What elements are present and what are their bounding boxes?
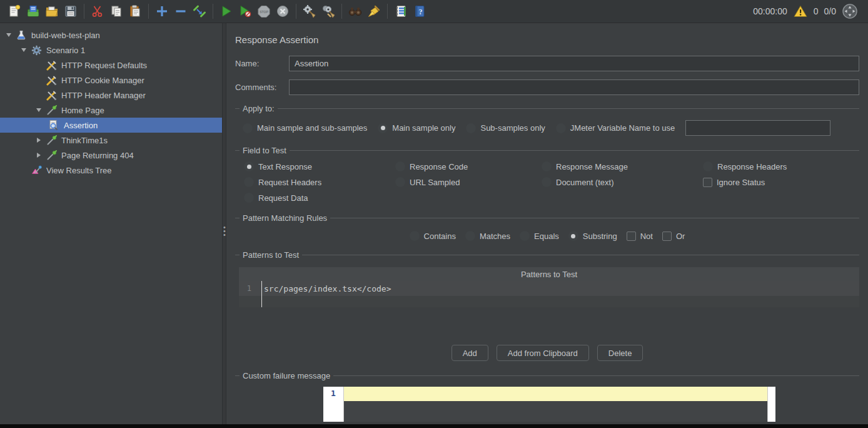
radio-circle (466, 123, 476, 133)
tree-item-http-header-manager[interactable]: HTTP Header Manager (0, 88, 222, 103)
toggle-icon (193, 4, 206, 18)
expand-arrow[interactable] (18, 48, 30, 52)
expand-arrow[interactable] (33, 153, 45, 158)
radio-request-data[interactable]: Request Data (244, 193, 395, 203)
open-file-button[interactable] (43, 2, 61, 21)
patterns-table-header: Patterns to Test (239, 267, 859, 281)
toggle-button[interactable] (190, 2, 209, 21)
test-plan-tree: build-web-test-plan Scenario 1 HTTP Requ… (0, 23, 222, 424)
tree-item-label: View Results Tree (46, 166, 112, 175)
radio-sub-samples-only[interactable]: Sub-samples only (466, 123, 545, 133)
checkbox-ignore-status[interactable]: Ignore Status (703, 177, 859, 187)
pattern-row[interactable]: 1 src/pages/index.tsx</code> (239, 281, 859, 296)
save-button[interactable] (61, 2, 80, 21)
config-tools-icon (45, 89, 58, 101)
tree-item-page-returning-404[interactable]: Page Returning 404 (0, 148, 222, 163)
subtract-button[interactable] (171, 2, 190, 21)
tree-item-thinktime1s[interactable]: ThinkTime1s (0, 133, 222, 148)
radio-main-sample-and-sub-samples[interactable]: Main sample and sub-samples (243, 123, 367, 133)
clear-all-button[interactable] (319, 2, 338, 21)
expand-arrow[interactable] (33, 138, 45, 143)
shutdown-button[interactable] (273, 2, 292, 21)
patterns-table[interactable]: 1 src/pages/index.tsx</code> (239, 281, 859, 307)
cut-button[interactable] (88, 2, 107, 21)
delete-pattern-button[interactable]: Delete (597, 345, 643, 361)
tree-item-home-page[interactable]: Home Page (0, 103, 222, 118)
radio-equals[interactable]: Equals (520, 231, 559, 241)
toolbar: STOP ? 00:00:00 0 0/0 (0, 0, 868, 23)
toolbar-separator (296, 4, 296, 19)
tree-item-label: build-web-test-plan (31, 31, 100, 40)
clear-search-button[interactable] (365, 2, 383, 21)
new-file-button[interactable] (5, 2, 24, 21)
add-pattern-button[interactable]: Add (452, 345, 488, 361)
open-folder-icon (45, 4, 59, 18)
clear-all-icon (321, 4, 335, 18)
radio-substring[interactable]: Substring (568, 231, 617, 241)
checkbox-or[interactable]: Or (662, 232, 685, 241)
warning-indicator-icon[interactable] (793, 4, 808, 18)
editor-content[interactable] (344, 387, 767, 422)
tree-item-view-results-tree[interactable]: View Results Tree (0, 163, 222, 178)
tree-item-label: Scenario 1 (46, 46, 85, 55)
tree-item-assertion[interactable]: Assertion (0, 118, 222, 133)
tree-item-label: HTTP Request Defaults (61, 61, 147, 70)
tree-splitter[interactable]: ••• (222, 23, 226, 424)
tree-item-http-cookie-manager[interactable]: HTTP Cookie Manager (0, 73, 222, 88)
radio-main-sample-only[interactable]: Main sample only (378, 123, 455, 133)
name-input[interactable] (289, 56, 859, 71)
config-tools-icon (45, 59, 58, 71)
splitter-handle-icon: ••• (223, 225, 226, 237)
templates-button[interactable] (24, 2, 43, 21)
start-icon (220, 4, 233, 18)
radio-circle (243, 123, 253, 133)
radio-circle (244, 161, 254, 171)
current-line-highlight (344, 387, 767, 401)
checkbox-not[interactable]: Not (627, 232, 653, 241)
radio-circle (520, 231, 530, 241)
radio-response-headers[interactable]: Response Headers (703, 161, 859, 171)
tree-item-scenario-1[interactable]: Scenario 1 (0, 43, 222, 58)
jmeter-variable-input[interactable] (685, 120, 830, 136)
paste-button[interactable] (126, 2, 144, 21)
radio-response-message[interactable]: Response Message (542, 161, 703, 171)
new-file-icon (8, 4, 21, 18)
stop-button[interactable]: STOP (255, 2, 273, 21)
radio-document-text[interactable]: Document (text) (542, 177, 703, 187)
thread-count: 0/0 (824, 6, 836, 16)
add-button[interactable] (153, 2, 171, 21)
search-button[interactable] (346, 2, 365, 21)
tree-item-label: ThinkTime1s (61, 136, 108, 145)
radio-response-code[interactable]: Response Code (395, 161, 542, 171)
comments-input[interactable] (289, 79, 859, 95)
pattern-value[interactable]: src/pages/index.tsx</code> (256, 284, 391, 293)
radio-request-headers[interactable]: Request Headers (244, 177, 395, 187)
start-button[interactable] (217, 2, 236, 21)
expand-arrow[interactable] (3, 33, 15, 37)
radio-matches[interactable]: Matches (465, 231, 510, 241)
thread-group-gear-icon (30, 44, 43, 56)
radio-text-response[interactable]: Text Response (244, 161, 395, 171)
add-from-clipboard-button[interactable]: Add from Clipboard (497, 345, 589, 361)
clear-button[interactable] (300, 2, 319, 21)
log-error-count: 0 (814, 6, 819, 16)
radio-url-sampled[interactable]: URL Sampled (395, 177, 542, 187)
custom-failure-editor[interactable]: 1 (323, 387, 775, 422)
sampler-pipette-icon (45, 150, 58, 161)
apply-to-group: Apply to: Main sample and sub-samples Ma… (235, 104, 859, 136)
radio-circle (568, 231, 578, 241)
tree-item-test-plan[interactable]: build-web-test-plan (0, 28, 222, 43)
tree-item-http-request-defaults[interactable]: HTTP Request Defaults (0, 58, 222, 73)
start-no-pauses-button[interactable] (236, 2, 255, 21)
radio-contains[interactable]: Contains (410, 231, 456, 241)
expand-arrow[interactable] (33, 108, 45, 112)
function-helper-button[interactable] (391, 2, 410, 21)
radio-jmeter-variable-name[interactable]: JMeter Variable Name to use (556, 123, 675, 133)
test-plan-flask-icon (15, 29, 28, 41)
help-button[interactable]: ? (410, 2, 429, 21)
editor-scrollbar[interactable] (767, 387, 775, 422)
results-tree-icon (30, 165, 43, 176)
field-to-test-title: Field to Test (235, 146, 859, 155)
copy-button[interactable] (107, 2, 126, 21)
start-no-pauses-icon (238, 4, 252, 18)
